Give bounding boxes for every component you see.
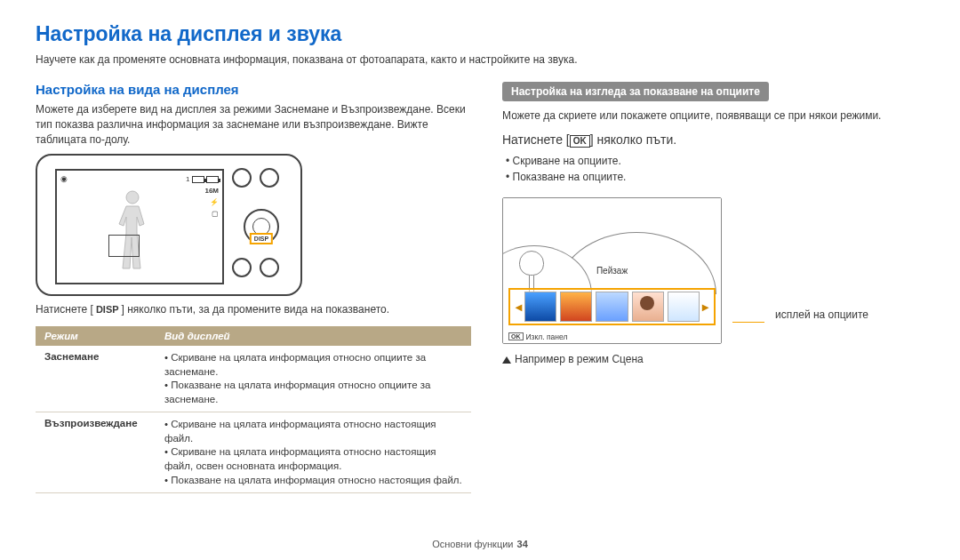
subsection-paragraph: Можете да скриете или покажете опциите, … (502, 108, 924, 124)
focus-box-icon (108, 235, 140, 257)
page-number: 34 (517, 539, 528, 549)
table-row: Заснемане Скриване на цялата информация … (36, 346, 471, 412)
thumbnail (560, 292, 592, 322)
list-item: Показване на опциите. (506, 169, 924, 185)
page-title: Настройка на дисплея и звука (36, 22, 924, 46)
table-mode-cell: Възпроизвеждане (36, 412, 156, 493)
flash-icon: ⚡ (186, 197, 219, 209)
right-column: Настройка на изгледа за показване на опц… (502, 82, 924, 493)
option-carousel: ◄ ► (508, 288, 716, 325)
list-item: Показване на цялата информация относно н… (164, 474, 462, 488)
scene-preview: SCN 1 16M Пейзаж ◄ (502, 197, 722, 344)
table-mode-cell: Заснемане (36, 346, 156, 412)
section-heading: Настройка на вида на дисплея (36, 82, 471, 97)
camera-diagram: ◉ 1 16M ⚡ ▢ DISP (36, 154, 302, 296)
tree-icon (519, 251, 544, 292)
camera-dpad: DISP (244, 209, 279, 244)
list-item: Скриване на цялата информацията относно … (164, 445, 462, 473)
list-item: Показване на цялата информация относно о… (164, 379, 462, 406)
camera-button (260, 168, 279, 188)
mode-icon-af: ▢ (186, 209, 219, 220)
press-instruction: Натиснете [OK] няколко пъти. (502, 132, 924, 148)
ok-mini-icon: OK (508, 332, 524, 340)
callout-leader-line (732, 322, 764, 323)
battery-icon (206, 176, 219, 183)
chevron-left-icon: ◄ (513, 300, 524, 313)
camera-button (260, 258, 279, 277)
table-header-mode: Режим (36, 326, 156, 346)
disp-callout: DISP (250, 233, 273, 244)
panel-off-label: Изкл. панел (526, 332, 568, 341)
chevron-right-icon: ► (700, 300, 711, 313)
thumbnail (668, 292, 700, 322)
thumbnail (596, 292, 628, 322)
disp-button-label: DISP (93, 304, 122, 315)
table-header-type: Вид дисплей (156, 326, 471, 346)
example-text: Например в режим Сцена (502, 353, 924, 365)
table-row: Възпроизвеждане Скриване на цялата инфор… (36, 412, 471, 493)
rec-dot-icon: ◉ (60, 174, 68, 183)
section-paragraph: Можете да изберете вид на дисплея за реж… (36, 102, 471, 147)
lcd-counter: 1 (186, 175, 189, 183)
thumbnail (524, 292, 556, 322)
scene-label: Пейзаж (591, 265, 633, 276)
page-footer: Основни функции34 (0, 539, 960, 549)
subsection-badge: Настройка на изгледа за показване на опц… (502, 82, 769, 101)
lcd-resolution: 16M (186, 186, 219, 197)
battery-icon (192, 176, 204, 183)
list-item: Скриване на цялата информация относно оп… (164, 351, 462, 379)
left-column: Настройка на вида на дисплея Можете да и… (36, 82, 471, 493)
diagram-caption: Натиснете [DISP] няколко пъти, за да про… (36, 303, 471, 316)
display-type-table: Режим Вид дисплей Заснемане Скриване на … (36, 326, 471, 493)
camera-lcd: ◉ 1 16M ⚡ ▢ (55, 169, 224, 284)
triangle-up-icon (502, 356, 511, 364)
subject-silhouette (115, 188, 150, 273)
callout-label: исплей на опциите (775, 308, 868, 321)
list-item: Скриване на цялата информацията относно … (164, 418, 462, 445)
ok-button-label: OK (570, 135, 590, 148)
camera-button (232, 258, 252, 277)
intro-text: Научете как да променяте основната инфор… (36, 53, 924, 66)
list-item: Скриване на опциите. (506, 153, 924, 169)
camera-button (232, 168, 252, 188)
thumbnail (632, 292, 664, 322)
